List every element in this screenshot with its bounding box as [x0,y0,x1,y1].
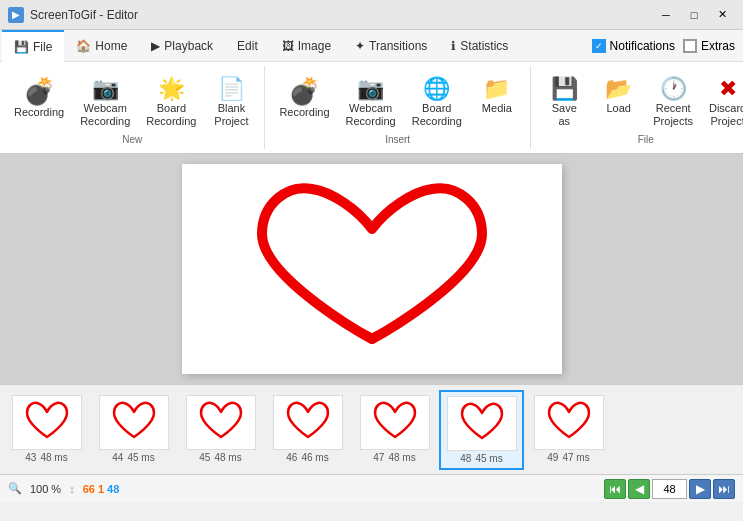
blank-project-button[interactable]: 📄 BlankProject [206,74,256,132]
insert-recording-button[interactable]: 💣 Recording [273,74,335,123]
tab-home[interactable]: 🏠 Home [64,30,139,62]
frame-number-input[interactable] [652,479,687,499]
frame-num-44: 44 [112,452,123,463]
zoom-value: 100 % [30,483,61,495]
load-label: Load [606,102,630,115]
tab-file-label: File [33,40,52,54]
insert-webcam-button[interactable]: 📷 WebcamRecording [340,74,402,132]
notifications-label: Notifications [610,39,675,53]
frame-info-43: 43 48 ms [25,452,67,463]
film-frame-45[interactable]: 45 48 ms [178,390,263,470]
navigation-controls: ⏮ ◀ ▶ ⏭ [604,479,735,499]
extras-toggle[interactable]: Extras [683,39,735,53]
zoom-separator: ↕ [69,483,75,495]
media-label: Media [482,102,512,115]
recent-icon: 🕐 [660,78,687,100]
frame-thumbnail-45 [186,395,256,450]
film-frame-48[interactable]: 48 45 ms [439,390,524,470]
webcam-recording-button[interactable]: 📷 WebcamRecording [74,74,136,132]
frame-thumbnail-46 [273,395,343,450]
minimize-button[interactable]: ─ [653,5,679,25]
film-frame-47[interactable]: 47 48 ms [352,390,437,470]
frame-num-47: 47 [373,452,384,463]
frame-max: 48 [107,483,119,495]
nav-forward-end[interactable]: ⏭ [713,479,735,499]
save-as-icon: 💾 [551,78,578,100]
load-icon: 📂 [605,78,632,100]
discard-project-button[interactable]: ✖ DiscardProject [703,74,743,132]
frame-ms-49: 47 ms [562,452,589,463]
load-button[interactable]: 📂 Load [594,74,644,119]
titlebar: ▶ ScreenToGif - Editor ─ □ ✕ [0,0,743,30]
image-tab-icon: 🖼 [282,39,294,53]
file-group-label: File [638,132,654,145]
recording-button[interactable]: 💣 Recording [8,74,70,123]
main-canvas-area [0,154,743,384]
blank-label: BlankProject [214,102,248,128]
blank-icon: 📄 [218,78,245,100]
frame-info-44: 44 45 ms [112,452,154,463]
statistics-tab-icon: ℹ [451,39,456,53]
new-group-items: 💣 Recording 📷 WebcamRecording 🌟 BoardRec… [8,70,256,132]
frame-ms-47: 48 ms [388,452,415,463]
frame-info-47: 47 48 ms [373,452,415,463]
recent-label: RecentProjects [653,102,693,128]
tab-playback-label: Playback [164,39,213,53]
frame-info-48: 48 45 ms [460,453,502,464]
statusbar: 🔍 100 % ↕ 66 1 48 ⏮ ◀ ▶ ⏭ [0,474,743,502]
media-icon: 📁 [483,78,510,100]
ribbon-tabs: 💾 File 🏠 Home ▶ Playback Edit 🖼 Image ✦ … [0,30,743,62]
tab-edit[interactable]: Edit [225,30,270,62]
tab-transitions[interactable]: ✦ Transitions [343,30,439,62]
media-button[interactable]: 📁 Media [472,74,522,119]
ribbon-group-new: 💣 Recording 📷 WebcamRecording 🌟 BoardRec… [0,66,265,149]
insert-board-button[interactable]: 🌐 BoardRecording [406,74,468,132]
film-frame-46[interactable]: 46 46 ms [265,390,350,470]
app-icon: ▶ [8,7,24,23]
recording-label: Recording [14,106,64,119]
zoom-number: 100 [30,483,48,495]
film-frame-43[interactable]: 43 48 ms [4,390,89,470]
tab-edit-label: Edit [237,39,258,53]
recent-projects-button[interactable]: 🕐 RecentProjects [648,74,699,132]
close-button[interactable]: ✕ [709,5,735,25]
nav-back-start[interactable]: ⏮ [604,479,626,499]
filmstrip-area: 43 48 ms 44 45 ms 45 48 ms [0,384,743,474]
new-group-label: New [122,132,142,145]
nav-back[interactable]: ◀ [628,479,650,499]
canvas-container [182,164,562,374]
frame-num-43: 43 [25,452,36,463]
extras-checkbox[interactable] [683,39,697,53]
insert-group-label: Insert [385,132,410,145]
tab-image[interactable]: 🖼 Image [270,30,343,62]
tab-playback[interactable]: ▶ Playback [139,30,225,62]
notifications-toggle[interactable]: ✓ Notifications [592,39,675,53]
ribbon-content: 💣 Recording 📷 WebcamRecording 🌟 BoardRec… [0,62,743,154]
film-frame-44[interactable]: 44 45 ms [91,390,176,470]
frame-thumbnail-43 [12,395,82,450]
tab-home-label: Home [95,39,127,53]
heart-canvas [212,169,532,369]
frame-ms-48: 45 ms [475,453,502,464]
notifications-checkbox[interactable]: ✓ [592,39,606,53]
file-tab-icon: 💾 [14,40,29,54]
tab-file[interactable]: 💾 File [2,30,64,62]
save-as-button[interactable]: 💾 Save as [539,74,590,132]
ribbon-group-insert: 💣 Recording 📷 WebcamRecording 🌐 BoardRec… [265,66,530,149]
nav-forward[interactable]: ▶ [689,479,711,499]
frame-thumbnail-44 [99,395,169,450]
playback-tab-icon: ▶ [151,39,160,53]
board-recording-button[interactable]: 🌟 BoardRecording [140,74,202,132]
discard-label: DiscardProject [709,102,743,128]
tab-image-label: Image [298,39,331,53]
maximize-button[interactable]: □ [681,5,707,25]
ribbon-group-file: 💾 Save as 📂 Load 🕐 RecentProjects ✖ Disc… [531,66,743,149]
insert-board-label: BoardRecording [412,102,462,128]
extras-label: Extras [701,39,735,53]
frame-thumbnail-48 [447,396,517,451]
frame-ms-43: 48 ms [40,452,67,463]
tab-statistics[interactable]: ℹ Statistics [439,30,520,62]
insert-recording-label: Recording [279,106,329,119]
film-frame-49[interactable]: 49 47 ms [526,390,611,470]
frame-current: 1 [98,483,104,495]
